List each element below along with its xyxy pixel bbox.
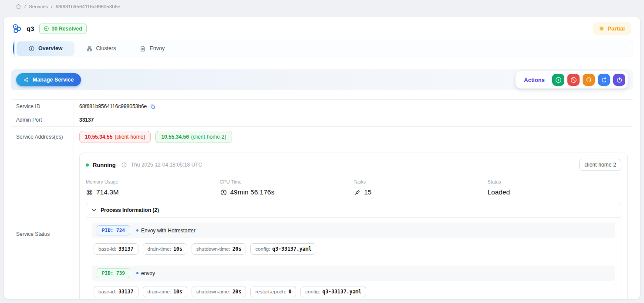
- tag-label: drain-time:: [148, 289, 171, 294]
- tag-value: 20s: [233, 246, 242, 252]
- service-id-label: Service ID: [11, 100, 74, 113]
- tab-clusters-label: Clusters: [96, 45, 116, 51]
- address-chip[interactable]: 10.55.34.55 (client-home): [79, 131, 151, 143]
- address-chip[interactable]: 10.55.34.56 (client-home-2): [155, 131, 232, 143]
- active-tab-indicator: [13, 41, 16, 55]
- tag-value: 10s: [173, 289, 182, 295]
- file-icon: [139, 45, 146, 52]
- process-tags: base-id:33137 drain-time:10s shutdown-ti…: [92, 281, 615, 300]
- service-status-label: Service Status: [11, 147, 74, 300]
- ban-icon: [570, 76, 577, 84]
- process-list: PID: 724 Envoy with Hotrestarter base-id…: [86, 218, 621, 300]
- play-circle-icon: [555, 76, 562, 84]
- start-service-button[interactable]: [552, 74, 564, 86]
- status-badge-label: Partial: [607, 25, 625, 32]
- manage-service-button[interactable]: Manage Service: [16, 73, 81, 86]
- table-row: Service ID 68f681b9564116c998053b6e: [11, 100, 633, 113]
- breadcrumb-services[interactable]: Services: [29, 4, 48, 9]
- pid-chip: PID: 724: [97, 225, 130, 235]
- service-status-cell: Running Thu 2025-12-04 18:05:18 UTC clie…: [74, 147, 633, 300]
- metric-value: 49min 56.176s: [230, 188, 275, 196]
- process-information-title: Process Information (2): [101, 207, 159, 213]
- check-circle-icon: [44, 26, 49, 31]
- tag-label: base-id:: [98, 246, 116, 252]
- address-host: (client-home): [115, 134, 145, 140]
- plug-icon: [354, 189, 361, 196]
- copy-icon[interactable]: [150, 104, 155, 109]
- process-name-label: envoy: [141, 270, 155, 276]
- service-addresses-cell: 10.55.34.55 (client-home) 10.55.34.56 (c…: [74, 127, 633, 147]
- hot-restart-button[interactable]: [583, 74, 595, 86]
- process-dot-icon: [136, 229, 138, 232]
- breadcrumb-service-id: 68f681b9564116c998053b6e: [56, 4, 121, 9]
- actions-label: Actions: [524, 77, 545, 83]
- metric-value: 15: [364, 188, 371, 196]
- stop-service-button[interactable]: [567, 74, 580, 86]
- process-tag: shutdown-time:20s: [192, 243, 246, 255]
- home-icon[interactable]: [16, 3, 21, 9]
- process-row: PID: 739 envoy: [92, 266, 615, 281]
- chevron-down-icon: [91, 208, 97, 213]
- metric-label: Tasks: [354, 179, 488, 184]
- tag-label: drain-time:: [148, 246, 171, 252]
- process-tag: drain-time:10s: [143, 286, 187, 297]
- status-timestamp: Thu 2025-12-04 18:05:18 UTC: [131, 162, 202, 168]
- metric-memory: Memory Usage 714.3M: [86, 179, 220, 196]
- tag-label: shutdown-time:: [196, 289, 230, 294]
- table-row: Service Address(es) 10.55.34.55 (client-…: [11, 127, 633, 147]
- status-badge: Partial: [593, 22, 631, 35]
- share-nodes-icon: [23, 77, 29, 83]
- service-details-table: Service ID 68f681b9564116c998053b6e Admi…: [11, 99, 633, 300]
- service-card: q3 30 Resolved Partial Overview Clusters: [3, 16, 641, 300]
- process-tag: shutdown-time:20s: [192, 286, 246, 297]
- metric-cpu: CPU Time 49min 56.176s: [220, 179, 354, 196]
- sitemap-icon: [86, 45, 93, 52]
- tab-clusters[interactable]: Clusters: [74, 41, 128, 56]
- resolved-badge-label: 30 Resolved: [52, 26, 82, 32]
- tag-value: q3-33137.yaml: [272, 246, 311, 252]
- process-name-label: Envoy with Hotrestarter: [141, 228, 196, 234]
- power-button[interactable]: [613, 74, 625, 86]
- process-tag: config:q3-33137.yaml: [250, 243, 316, 255]
- metric-status: Status Loaded: [488, 179, 622, 196]
- tag-value: 20s: [233, 289, 242, 295]
- process-tag: restart-epoch:0: [250, 286, 296, 297]
- tab-envoy[interactable]: Envoy: [128, 41, 176, 56]
- tag-label: config:: [305, 289, 320, 294]
- hot-restart-icon: [585, 76, 593, 84]
- resolved-badge: 30 Resolved: [39, 24, 87, 34]
- process-information-header[interactable]: Process Information (2): [86, 203, 621, 218]
- tab-overview[interactable]: Overview: [17, 41, 74, 56]
- memory-icon: [86, 189, 93, 196]
- process-row: PID: 724 Envoy with Hotrestarter: [92, 223, 615, 238]
- pid-chip: PID: 739: [97, 268, 130, 278]
- process-name: Envoy with Hotrestarter: [136, 228, 196, 234]
- process-tag: config:q3-33137.yaml: [300, 286, 366, 297]
- process-tag: drain-time:10s: [143, 243, 187, 255]
- service-id-value-cell: 68f681b9564116c998053b6e: [74, 100, 633, 113]
- address-ip: 10.55.34.56: [161, 134, 189, 140]
- tab-overview-label: Overview: [38, 45, 63, 51]
- process-name: envoy: [136, 270, 155, 276]
- service-id-value: 68f681b9564116c998053b6e: [79, 103, 147, 109]
- tag-value: 33137: [118, 246, 134, 252]
- reload-button[interactable]: [598, 74, 610, 86]
- breadcrumb-separator: /: [24, 4, 26, 9]
- tag-label: shutdown-time:: [196, 246, 230, 252]
- service-header: q3 30 Resolved Partial: [4, 17, 640, 39]
- service-addresses-label: Service Address(es): [11, 127, 74, 147]
- reload-icon: [600, 76, 608, 84]
- node-chip[interactable]: client-home-2: [579, 159, 621, 171]
- clock-icon: [220, 189, 227, 196]
- tag-label: base-id:: [98, 289, 116, 294]
- manage-service-label: Manage Service: [33, 77, 74, 83]
- admin-port-label: Admin Port: [11, 113, 74, 126]
- service-toolbar: Manage Service Actions: [11, 69, 633, 90]
- status-header: Running Thu 2025-12-04 18:05:18 UTC clie…: [86, 159, 621, 171]
- table-row: Service Status Running Thu 2025-12-04 18…: [11, 147, 633, 300]
- process-tags: base-id:33137 drain-time:10s shutdown-ti…: [92, 238, 615, 260]
- admin-port-value: 33137: [74, 113, 633, 126]
- status-state: Running: [93, 162, 116, 168]
- status-dot-icon: [600, 27, 604, 31]
- breadcrumb-separator: /: [51, 4, 52, 9]
